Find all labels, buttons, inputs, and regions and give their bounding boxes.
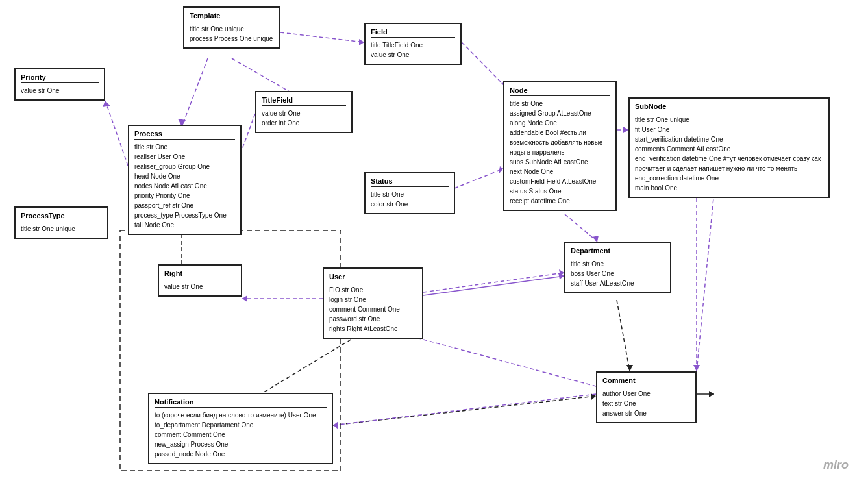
svg-line-12 [454, 169, 503, 188]
entity-title-notification: Notification [155, 398, 327, 408]
entity-field-right: value str One [164, 282, 236, 292]
entity-title-processtype: ProcessType [21, 212, 102, 221]
svg-marker-27 [591, 393, 596, 400]
svg-line-26 [333, 396, 596, 425]
entity-title-priority: Priority [21, 73, 99, 83]
entity-field-user: login str One [329, 295, 417, 305]
entity-field-process: passport_ref str One [134, 201, 235, 210]
entity-title-department: Department [571, 247, 665, 256]
entity-field-notification: comment Comment One [155, 430, 327, 440]
entity-field-user: comment Comment One [329, 305, 417, 314]
svg-line-31 [333, 394, 596, 425]
entity-title-status: Status [371, 177, 449, 187]
entity-field-department: boss User One [571, 269, 665, 279]
entity-field-comment: text str One [602, 399, 690, 408]
svg-marker-32 [333, 421, 338, 429]
entity-titlefield: TitleFieldvalue str Oneorder int One [255, 91, 353, 133]
svg-marker-13 [499, 166, 503, 174]
svg-line-36 [423, 276, 564, 295]
entity-field-process: tail Node One [134, 220, 235, 230]
entity-field-process: nodes Node AtLeast One [134, 181, 235, 191]
entity-right: Rightvalue str One [158, 264, 242, 297]
entity-field-subnode: main bool One [635, 183, 823, 193]
entity-template: Templatetitle str One uniqueprocess Proc… [183, 6, 280, 49]
entity-field-subnode: прочитает и сделает напишет нужно ли что… [635, 164, 823, 173]
entity-field-user: FIO str One [329, 285, 417, 295]
entity-field-template: title str One unique [190, 24, 274, 34]
entity-field-status: title str One [371, 190, 449, 199]
entity-field-node: customField Field AtLeastOne [510, 177, 610, 186]
entity-field-comment: answer str One [602, 408, 690, 418]
svg-marker-30 [626, 365, 633, 371]
entity-field-process: realiser_group Group One [134, 162, 235, 171]
entity-field-subnode: fit User One [635, 125, 823, 134]
entity-field-template: process Process One unique [190, 34, 274, 44]
entity-field-notification: to_departament Departament One [155, 420, 327, 430]
svg-marker-20 [592, 236, 599, 242]
entity-title-user: User [329, 273, 417, 282]
entity-field-titlefield: value str One [262, 108, 346, 118]
entity-field-process: title str One [134, 142, 235, 152]
entity-node: Nodetitle str Oneassigned Group AtLeastO… [503, 81, 617, 211]
svg-marker-11 [623, 127, 628, 133]
svg-line-16 [423, 273, 564, 292]
svg-line-6 [105, 101, 128, 166]
entity-field-subnode: end_verification datetime One #тут челов… [635, 154, 823, 164]
entity-title-field: Field [371, 28, 455, 38]
entity-field-node: next Node One [510, 167, 610, 177]
entity-field-node: assigned Group AtLeastOne [510, 108, 610, 118]
entity-priority: Priorityvalue str One [14, 68, 105, 101]
entity-field-node: возможность добавлять новые [510, 138, 610, 147]
entity-comment: Commentauthor User Onetext str Oneanswer… [596, 371, 697, 423]
entity-title-comment: Comment [602, 377, 690, 386]
svg-line-4 [182, 58, 208, 127]
entity-field-node: along Node One [510, 118, 610, 128]
svg-marker-39 [709, 391, 714, 397]
entity-field-subnode: title str One unique [635, 115, 823, 125]
svg-marker-37 [558, 273, 564, 279]
svg-line-21 [697, 192, 714, 371]
entity-field-node: receipt datetime One [510, 196, 610, 206]
entity-field-subnode: start_verification datetime One [635, 134, 823, 144]
entity-user: UserFIO str Onelogin str Onecomment Comm… [323, 267, 423, 339]
entity-field-field: title TitleField One [371, 40, 455, 50]
entity-subnode: SubNodetitle str One uniquefit User Ones… [628, 97, 830, 198]
entity-title-right: Right [164, 269, 236, 279]
entity-field-comment: author User One [602, 389, 690, 399]
svg-marker-34 [693, 365, 700, 371]
svg-marker-7 [103, 101, 110, 107]
entity-field-priority: value str One [21, 86, 99, 95]
entity-field-node: title str One [510, 99, 610, 108]
entity-field-department: staff User AtLeastOne [571, 279, 665, 288]
entity-field-subnode: comments Comment AtLeastOne [635, 144, 823, 154]
entity-title-subnode: SubNode [635, 103, 823, 112]
entity-processtype: ProcessTypetitle str One unique [14, 206, 108, 239]
entity-department: Departmenttitle str Oneboss User Onestaf… [564, 242, 671, 293]
entity-field-notification: to (короче если бинд на слово то изменит… [155, 410, 327, 420]
canvas: Templatetitle str One uniqueprocess Proc… [0, 0, 868, 485]
svg-line-8 [462, 42, 506, 88]
entity-title-process: Process [134, 130, 235, 140]
entity-field-node: addendable Bool #есть ли [510, 128, 610, 138]
entity-field-processtype: title str One unique [21, 224, 102, 234]
entity-process: Processtitle str Onerealiser User Onerea… [128, 125, 242, 235]
entity-field-process: priority Priority One [134, 191, 235, 201]
entity-status: Statustitle str Onecolor str One [364, 172, 455, 214]
entity-title-titlefield: TitleField [262, 96, 346, 106]
entity-title-node: Node [510, 86, 610, 96]
entity-field-notification: new_assign Process One [155, 440, 327, 449]
entity-field-field: value str One [371, 50, 455, 60]
miro-watermark: miro [823, 458, 849, 472]
svg-marker-3 [359, 39, 364, 45]
entity-field-department: title str One [571, 259, 665, 269]
entity-field-titlefield: order int One [262, 118, 346, 128]
svg-marker-17 [559, 269, 564, 276]
entity-field-process: realiser User One [134, 152, 235, 162]
entity-title-template: Template [190, 12, 274, 21]
entity-field: Fieldtitle TitleField Onevalue str One [364, 23, 462, 65]
svg-marker-15 [242, 295, 247, 302]
entity-field-user: rights Right AtLeastOne [329, 324, 417, 334]
entity-field-user: password str One [329, 314, 417, 324]
svg-line-19 [565, 214, 597, 242]
entity-field-status: color str One [371, 199, 449, 209]
